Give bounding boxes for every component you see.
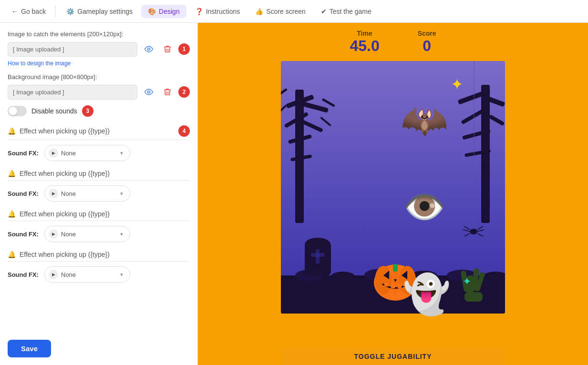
badge-4: 4 <box>178 125 190 137</box>
arrow-left-icon: ← <box>11 8 18 15</box>
nav-item-gameplay-settings[interactable]: ⚙️ Gameplay settings <box>60 5 139 18</box>
svg-rect-61 <box>393 264 398 272</box>
play-button-1[interactable]: ▶ <box>49 148 58 158</box>
score-display: Score 0 <box>418 30 436 55</box>
background-image-field: [ Image uploaded ] <box>8 85 137 100</box>
bell-icon-3: 🔔 <box>8 210 16 218</box>
design-icon: 🎨 <box>148 8 156 15</box>
badge-2: 2 <box>178 86 190 98</box>
candy-ghost: 👻 <box>403 275 451 314</box>
soundfx-select-2[interactable]: ▶ None ▼ <box>44 185 130 202</box>
soundfx-select-3[interactable]: ▶ None ▼ <box>44 226 130 242</box>
time-value: 45.0 <box>350 37 379 55</box>
top-navigation: ← Go back ⚙️ Gameplay settings 🎨 Design … <box>0 0 588 23</box>
effect-header-2: 🔔 Effect when picking up ({type}) <box>8 170 190 181</box>
svg-rect-56 <box>311 253 324 257</box>
image-catch-field: [ Image uploaded ] <box>8 42 137 57</box>
background-image-upload-row: [ Image uploaded ] 2 <box>8 84 190 100</box>
chevron-down-icon-4: ▼ <box>119 272 124 277</box>
soundfx-label-2: Sound FX: <box>8 190 39 197</box>
nav-item-test-game[interactable]: ✔ Test the game <box>314 5 378 18</box>
soundfx-row-1: Sound FX: ▶ None ▼ <box>8 145 190 161</box>
toggle-knob <box>9 107 17 115</box>
soundfx-label-3: Sound FX: <box>8 231 39 238</box>
disable-sounds-label: Disable sounds <box>31 107 77 115</box>
candy-bat: 🦇 <box>401 101 448 140</box>
svg-point-1 <box>148 91 150 93</box>
score-value: 0 <box>418 37 436 55</box>
svg-point-48 <box>331 272 355 281</box>
play-button-2[interactable]: ▶ <box>49 189 58 198</box>
badge-1: 1 <box>178 43 190 55</box>
soundfx-row-3: Sound FX: ▶ None ▼ <box>8 226 190 242</box>
effect-section-3: 🔔 Effect when picking up ({type}) Sound … <box>8 210 190 242</box>
chevron-down-icon-3: ▼ <box>119 232 124 237</box>
svg-rect-66 <box>391 284 395 288</box>
soundfx-label-4: Sound FX: <box>8 271 39 278</box>
svg-rect-67 <box>398 284 402 288</box>
background-image-delete-button[interactable] <box>160 85 175 99</box>
halloween-scene-svg <box>281 61 505 314</box>
disable-sounds-toggle[interactable] <box>8 106 27 116</box>
how-to-link[interactable]: How to design the image <box>8 60 71 67</box>
effect-section-4: 🔔 Effect when picking up ({type}) Sound … <box>8 251 190 283</box>
play-button-4[interactable]: ▶ <box>49 270 58 279</box>
effect-section-1: 🔔 Effect when picking up ({type}) 4 Soun… <box>8 125 190 161</box>
background-image-section-label: Background image [800×800px]: <box>8 73 190 81</box>
image-catch-delete-button[interactable] <box>160 42 175 56</box>
svg-point-0 <box>148 48 150 51</box>
go-back-button[interactable]: ← Go back <box>6 5 52 18</box>
star-teal-1: ✦ <box>463 275 471 288</box>
right-panel: Time 45.0 Score 0 ✦ ✦ 🦇 👁️ 👻 <box>198 23 588 365</box>
soundfx-row-4: Sound FX: ▶ None ▼ <box>8 266 190 283</box>
nav-item-instructions[interactable]: ❓ Instructions <box>188 5 247 18</box>
svg-point-39 <box>470 229 477 234</box>
effect-section-2: 🔔 Effect when picking up ({type}) Sound … <box>8 170 190 202</box>
time-label: Time <box>350 30 379 37</box>
nav-item-design[interactable]: 🎨 Design <box>141 5 186 18</box>
bell-icon-1: 🔔 <box>8 127 16 135</box>
badge-3: 3 <box>82 105 93 117</box>
background-image-preview-button[interactable] <box>141 84 156 100</box>
candy-eyeball: 👁️ <box>403 190 446 224</box>
left-panel: Image to catch the elements [200×120px]:… <box>0 23 198 365</box>
nav-item-score-screen[interactable]: 👍 Score screen <box>248 5 312 18</box>
effect-header-4: 🔔 Effect when picking up ({type}) <box>8 251 190 262</box>
star-yellow-1: ✦ <box>451 75 464 93</box>
chevron-down-icon-1: ▼ <box>119 151 124 156</box>
svg-rect-73 <box>464 292 483 302</box>
soundfx-select-1[interactable]: ▶ None ▼ <box>44 145 130 161</box>
time-display: Time 45.0 <box>350 30 379 55</box>
soundfx-row-2: Sound FX: ▶ None ▼ <box>8 185 190 202</box>
bell-icon-4: 🔔 <box>8 251 16 258</box>
question-icon: ❓ <box>195 8 203 15</box>
game-canvas <box>281 61 505 314</box>
effect-header-3: 🔔 Effect when picking up ({type}) <box>8 210 190 221</box>
bell-icon-2: 🔔 <box>8 170 16 177</box>
chevron-down-icon-2: ▼ <box>119 191 124 196</box>
image-catch-preview-button[interactable] <box>141 41 156 57</box>
score-label: Score <box>418 30 436 37</box>
save-button[interactable]: Save <box>8 340 51 357</box>
svg-point-58 <box>375 266 392 294</box>
image-catch-section-label: Image to catch the elements [200×120px]: <box>8 30 190 38</box>
gear-icon: ⚙️ <box>66 8 74 15</box>
main-layout: Image to catch the elements [200×120px]:… <box>0 23 588 365</box>
disable-sounds-row: Disable sounds 3 <box>8 105 190 117</box>
thumbsup-icon: 👍 <box>255 8 263 15</box>
nav-divider <box>55 6 56 17</box>
score-bar: Time 45.0 Score 0 <box>198 23 588 59</box>
toggle-jugability-bar[interactable]: TOGGLE JUGABILITY <box>281 348 505 365</box>
soundfx-select-4[interactable]: ▶ None ▼ <box>44 266 130 283</box>
check-icon: ✔ <box>321 8 327 15</box>
effect-header-1: 🔔 Effect when picking up ({type}) 4 <box>8 125 190 140</box>
svg-point-54 <box>305 238 330 251</box>
image-catch-upload-row: [ Image uploaded ] 1 <box>8 41 190 57</box>
soundfx-label-1: Sound FX: <box>8 150 39 157</box>
svg-rect-65 <box>384 283 388 286</box>
play-button-3[interactable]: ▶ <box>49 229 58 239</box>
